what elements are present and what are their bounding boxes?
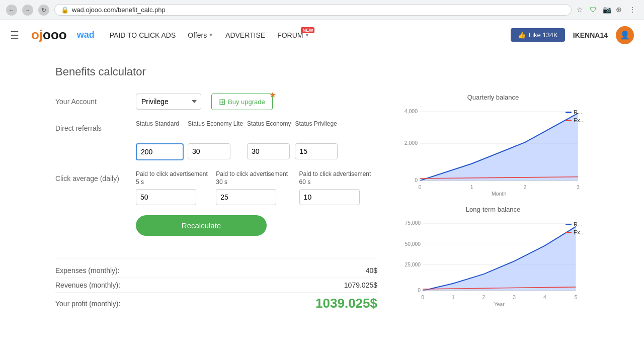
longterm-legend-expense-label: Ex...	[574, 229, 585, 235]
forum-chevron-icon: ▼	[305, 32, 310, 38]
menu-icon[interactable]: ⋮	[629, 6, 638, 15]
chrome-icon[interactable]: ⊕	[616, 6, 625, 15]
username-label[interactable]: IKENNA14	[573, 31, 608, 39]
page-title: Benefits calculator	[55, 65, 589, 78]
quarterly-chart-container: Quarterly balance 4,000 2,000 0	[397, 94, 589, 196]
refresh-button[interactable]: ↻	[38, 5, 49, 16]
quarterly-chart: 4,000 2,000 0	[397, 105, 589, 196]
col-label-economy-lite: Status Economy Lite	[188, 120, 243, 140]
top-nav: ☰ ojooo wad PAID TO CLICK ADS Offers ▼ A…	[0, 20, 644, 50]
longterm-legend-revenue-label: R...	[574, 221, 582, 227]
nav-link-offers[interactable]: Offers ▼	[188, 31, 213, 39]
col-label-privilege: Status Privilege	[295, 120, 338, 140]
ref-col-economy: Status Economy	[247, 120, 291, 159]
hamburger-menu[interactable]: ☰	[10, 29, 19, 41]
account-select[interactable]: Standard Economy Lite Economy Privilege …	[136, 94, 201, 110]
quarterly-legend-revenue-label: R...	[574, 109, 582, 115]
svg-text:Year: Year	[494, 302, 505, 307]
nav-link-forum[interactable]: FORUM NEW ▼	[277, 31, 309, 39]
ref-col-privilege: Status Privilege	[295, 120, 338, 159]
click-label-60s: Paid to click advertisement 60 s	[299, 170, 377, 186]
avatar-icon: 👤	[620, 30, 630, 40]
longterm-chart: 75,000 50,000 25,000 0	[397, 217, 589, 308]
longterm-legend-revenue: R...	[566, 221, 585, 227]
expense-legend-dot	[566, 120, 572, 121]
click-col-60s: Paid to click advertisement 60 s	[299, 170, 377, 205]
longterm-legend-expense: Ex...	[566, 229, 585, 235]
expenses-row: Expenses (monthly): 40$	[55, 263, 377, 278]
nav-links: PAID TO CLICK ADS Offers ▼ ADVERTISE FOR…	[110, 31, 310, 39]
longterm-legend: R... Ex...	[566, 221, 585, 235]
account-label: Your Account	[55, 94, 136, 106]
site-logo[interactable]: ojooo	[31, 27, 67, 43]
svg-text:0: 0	[418, 288, 421, 293]
account-row: Your Account Standard Economy Lite Econo…	[55, 94, 377, 110]
account-inputs: Standard Economy Lite Economy Privilege …	[136, 94, 273, 110]
ref-col-standard: Status Standard	[136, 120, 184, 160]
click-input-60s[interactable]	[299, 189, 360, 205]
click-input-30s[interactable]	[216, 189, 276, 205]
svg-text:25,000: 25,000	[405, 262, 421, 267]
back-button[interactable]: ←	[6, 5, 17, 16]
quarterly-legend-revenue: R...	[566, 109, 585, 115]
svg-text:0: 0	[418, 184, 421, 190]
charts-area: Quarterly balance 4,000 2,000 0	[397, 94, 589, 318]
ref-input-privilege[interactable]	[295, 143, 338, 159]
referrals-columns: Status Standard Status Economy Lite Stat…	[136, 120, 338, 160]
click-label-30s: Paid to click advertisement 30 s	[216, 170, 294, 186]
quarterly-chart-title: Quarterly balance	[397, 94, 589, 101]
nav-link-ptc[interactable]: PAID TO CLICK ADS	[110, 31, 176, 39]
extension-icon[interactable]: 📷	[603, 6, 612, 15]
ref-input-standard[interactable]	[136, 143, 184, 160]
click-input-5s[interactable]	[136, 189, 196, 205]
svg-text:75,000: 75,000	[405, 220, 421, 226]
recalculate-wrapper: Recalculate	[136, 215, 377, 248]
click-columns: Paid to click advertisement 5 s Paid to …	[136, 170, 377, 205]
svg-text:1: 1	[470, 184, 473, 190]
avatar[interactable]: 👤	[616, 26, 634, 44]
offers-chevron-icon: ▼	[208, 32, 213, 38]
click-avg-label: Click average (daily)	[55, 170, 136, 183]
svg-text:0: 0	[421, 295, 424, 300]
url-text: wad.ojooo.com/benefit_calc.php	[72, 6, 166, 14]
svg-text:Month: Month	[492, 191, 506, 196]
recalculate-button[interactable]: Recalculate	[136, 215, 267, 236]
forward-button[interactable]: →	[22, 5, 33, 16]
click-col-30s: Paid to click advertisement 30 s	[216, 170, 294, 205]
longterm-chart-title: Long-term balance	[397, 206, 589, 213]
buy-upgrade-button[interactable]: ⊞ Buy upgrade ★	[211, 94, 273, 110]
svg-marker-21	[423, 227, 576, 291]
upgrade-star-icon: ★	[269, 90, 276, 100]
svg-text:50,000: 50,000	[405, 241, 421, 247]
quarterly-chart-svg: 4,000 2,000 0	[397, 105, 589, 196]
expenses-value: 40$	[366, 266, 377, 275]
buy-upgrade-label: Buy upgrade	[228, 98, 265, 106]
shield-icon[interactable]: 🛡	[590, 6, 599, 15]
svg-text:1: 1	[452, 295, 455, 300]
quarterly-legend-expense-label: Ex...	[574, 117, 585, 123]
expenses-label: Expenses (monthly):	[55, 266, 120, 275]
logo-ooo: ooo	[43, 27, 67, 42]
like-button[interactable]: 👍 Like 134K	[511, 28, 565, 42]
lt-revenue-legend-dot	[566, 224, 572, 225]
revenues-label: Revenues (monthly):	[55, 281, 120, 289]
logo-wad[interactable]: wad	[77, 30, 95, 40]
svg-text:4: 4	[543, 295, 546, 300]
page-content: Benefits calculator Your Account Standar…	[45, 50, 599, 333]
logo-oj: oj	[31, 27, 43, 42]
forum-badge: NEW	[301, 27, 314, 33]
browser-chrome: ← → ↻ 🔒 wad.ojooo.com/benefit_calc.php ☆…	[0, 0, 644, 20]
col-label-economy: Status Economy	[247, 120, 291, 140]
ref-input-economy[interactable]	[247, 143, 290, 159]
longterm-chart-svg: 75,000 50,000 25,000 0	[397, 217, 589, 308]
upgrade-plus-icon: ⊞	[219, 97, 225, 107]
star-icon[interactable]: ☆	[577, 6, 586, 15]
svg-text:3: 3	[513, 295, 516, 300]
ref-input-economy-lite[interactable]	[188, 143, 230, 159]
svg-text:0: 0	[415, 177, 418, 183]
address-bar[interactable]: 🔒 wad.ojooo.com/benefit_calc.php	[54, 4, 572, 16]
nav-link-advertise[interactable]: ADVERTISE	[225, 31, 265, 39]
svg-text:4,000: 4,000	[405, 108, 418, 114]
results-section: Expenses (monthly): 40$ Revenues (monthl…	[55, 258, 377, 314]
like-label: Like 134K	[529, 31, 558, 39]
